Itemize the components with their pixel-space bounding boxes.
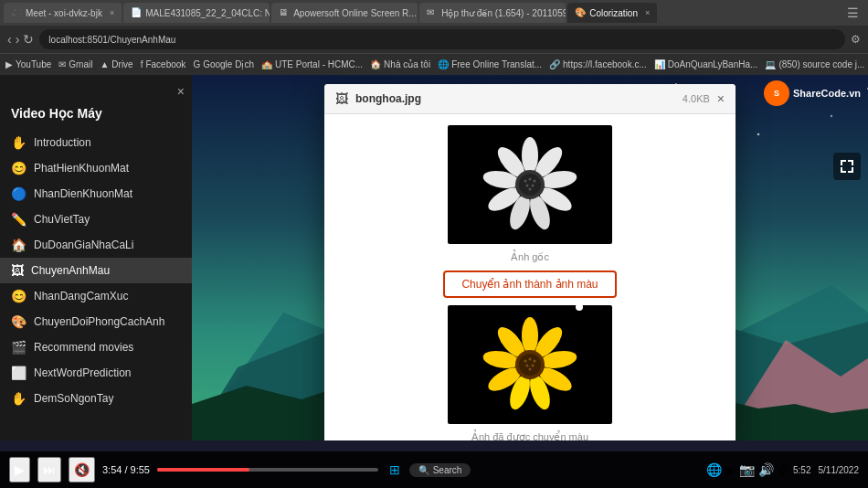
bookmark-facebook2[interactable]: 🔗 https://l.facebook.c... — [549, 59, 647, 69]
svg-point-48 — [524, 360, 527, 363]
address-bar-row: ‹ › ↻ localhost:8501/ChuyenAnhMau ⚙ — [0, 26, 868, 53]
svg-point-53 — [529, 368, 532, 371]
tab-male[interactable]: 📄 MALE431085_22_2_04CLC: Nộp... × — [123, 3, 270, 23]
sidebar-item-chuyendoiphongcachanh[interactable]: 🎨 ChuyenDoiPhongCachAnh — [0, 309, 192, 334]
original-image-label: Ảnh gốc — [511, 251, 549, 263]
play-pause-button[interactable]: ▶ — [9, 457, 30, 483]
svg-point-29 — [519, 174, 541, 196]
sidebar-item-phatheinkhuonmat[interactable]: 😊 PhatHienKhuonMat — [0, 155, 192, 181]
svg-point-32 — [534, 180, 536, 183]
sidebar-item-recommend-movies[interactable]: 🎬 Recommend movies — [0, 334, 192, 360]
modal-body: Ảnh gốc Chuyển ảnh thành ảnh màu — [324, 114, 736, 440]
demsongontay-icon: ✋ — [11, 391, 26, 406]
sidebar-item-demsongontay[interactable]: ✋ DemSoNgonTay — [0, 386, 192, 411]
tray-icon-5[interactable]: ⚙ — [778, 462, 789, 477]
chuviettay-icon: ✏️ — [11, 212, 26, 227]
modal-close-button[interactable]: × — [717, 92, 725, 105]
tab-meet[interactable]: 🎥 Meet - xoi-dvkz-bjk × — [4, 3, 122, 23]
recommend-movies-icon: 🎬 — [11, 340, 26, 355]
nextwordprediction-icon: ⬜ — [11, 366, 26, 380]
bookmark-facebook[interactable]: f Facebook — [141, 59, 186, 69]
main-area: × Video Học Máy ✋ Introduction 😊 PhatHie… — [0, 75, 868, 440]
modal-filename: bonghoa.jpg — [355, 92, 675, 105]
sidebar-label-introduction: Introduction — [34, 136, 91, 149]
original-image-container — [448, 125, 612, 244]
next-button[interactable]: ⏭ — [37, 457, 61, 483]
modal-filesize: 4.0KB — [683, 93, 710, 104]
tab-inbox[interactable]: ✉ Hộp thư đến (1.654) - 20110591... × — [419, 3, 566, 23]
bookmark-nha[interactable]: 🏠 Nhà của tôi — [370, 59, 430, 69]
sidebar-item-introduction[interactable]: ✋ Introduction — [0, 130, 192, 155]
sidebar-label-chuviettay: ChuVietTay — [34, 213, 90, 226]
tab-colorization[interactable]: 🎨 Colorization × — [567, 3, 657, 23]
nav-buttons: ‹ › ↻ — [7, 32, 34, 47]
bookmark-source[interactable]: 💻 (850) source code j... — [765, 59, 864, 69]
forward-button[interactable]: › — [16, 32, 20, 47]
svg-point-19 — [522, 137, 538, 174]
sidebar-label-chuyenanhmau: ChuyenAnhMau — [31, 264, 110, 277]
bookmark-gmail[interactable]: ✉ Gmail — [58, 59, 92, 69]
tray-icon-2[interactable]: ▶ — [725, 462, 736, 477]
sidebar-label-nhandangcamxuc: NhanDangCamXuc — [34, 290, 128, 302]
clock-date: 5/11/2022 — [819, 465, 860, 475]
windows-start-button[interactable]: ⊞ — [389, 461, 400, 478]
search-label: Search — [433, 465, 462, 475]
sidebar-label-phatheinkhuonmat: PhatHienKhuonMat — [34, 162, 129, 175]
sidebar-item-chuviettay[interactable]: ✏️ ChuVietTay — [0, 207, 192, 232]
sidebar-label-dudoangianhacali: DuDoanGiaNhaCaLi — [34, 239, 133, 251]
svg-point-35 — [529, 188, 532, 191]
mute-button[interactable]: 🔇 — [69, 457, 95, 483]
tray-icon-1[interactable]: 🌐 — [706, 462, 722, 477]
tray-icon-4[interactable]: 🔊 — [758, 462, 774, 477]
svg-point-31 — [529, 178, 532, 181]
svg-point-34 — [532, 185, 535, 187]
svg-point-47 — [519, 354, 541, 376]
address-bar[interactable]: localhost:8501/ChuyenAnhMau — [39, 29, 845, 49]
svg-point-50 — [534, 360, 536, 363]
modal-overlay: 🖼 bonghoa.jpg 4.0KB × — [192, 75, 868, 440]
sidebar-item-nextwordprediction[interactable]: ⬜ NextWordPrediction — [0, 360, 192, 386]
nhandangcamxuc-icon: 😊 — [11, 289, 26, 303]
sidebar-title: Video Học Máy — [0, 101, 192, 130]
browser-chrome: 🎥 Meet - xoi-dvkz-bjk × 📄 MALE431085_22_… — [0, 0, 868, 75]
sidebar: × Video Học Máy ✋ Introduction 😊 PhatHie… — [0, 75, 192, 440]
back-button[interactable]: ‹ — [7, 32, 12, 47]
bookmark-drive[interactable]: ▲ Drive — [100, 59, 132, 69]
sidebar-item-nhandienkhuonmat[interactable]: 🔵 NhanDienKhuonMat — [0, 181, 192, 207]
modal-header: 🖼 bonghoa.jpg 4.0KB × — [324, 84, 736, 114]
taskbar: ▶ ⏭ 🔇 3:54 / 9:55 ⊞ 🔍 Search 🌐 ▶ 📷 🔊 ⚙ 5… — [0, 451, 868, 488]
file-icon: 🖼 — [335, 91, 348, 106]
expand-icon[interactable] — [833, 153, 861, 180]
chuyenaahnmau-icon: 🖼 — [11, 263, 24, 278]
sidebar-item-nhandangcamxuc[interactable]: 😊 NhanDangCamXuc — [0, 283, 192, 309]
sidebar-item-dudoangianhacali[interactable]: 🏠 DuDoanGiaNhaCaLi — [0, 232, 192, 258]
sidebar-label-nhandienkhuonmat: NhanDienKhuonMat — [34, 187, 132, 200]
modal-dialog: 🖼 bonghoa.jpg 4.0KB × — [324, 84, 736, 440]
convert-button[interactable]: Chuyển ảnh thành ảnh màu — [443, 271, 616, 298]
svg-point-33 — [526, 185, 529, 187]
tab-apowersoft[interactable]: 🖥 Apowersoft Online Screen R... × — [271, 3, 418, 23]
video-progress-bar[interactable] — [157, 468, 378, 472]
colorized-image-container — [448, 305, 612, 424]
search-icon: 🔍 — [418, 465, 429, 475]
progress-fill — [157, 468, 249, 472]
bookmark-youtube[interactable]: ▶ YouTube — [5, 59, 51, 69]
bookmark-doan[interactable]: 📊 DoAnQuanLyBanHa... — [654, 59, 758, 69]
bookmark-translate[interactable]: 🌐 Free Online Translat... — [438, 59, 542, 69]
bookmark-google-dich[interactable]: G Google Dịch — [193, 59, 254, 69]
bookmark-ute[interactable]: 🏫 UTE Portal - HCMC... — [261, 59, 363, 69]
hamburger-menu[interactable]: ☰ — [842, 5, 864, 20]
sidebar-close-button[interactable]: × — [177, 84, 185, 99]
video-time: 3:54 / 9:55 — [102, 464, 150, 475]
original-flower-svg — [471, 130, 589, 239]
extensions-button[interactable]: ⚙ — [851, 33, 861, 46]
reload-button[interactable]: ↻ — [23, 32, 34, 47]
phatheinkhuonmat-icon: 😊 — [11, 161, 26, 175]
system-tray: 🌐 ▶ 📷 🔊 ⚙ 5:52 5/11/2022 — [706, 462, 859, 477]
windows-search[interactable]: 🔍 Search — [409, 463, 471, 477]
svg-point-52 — [532, 365, 535, 367]
tray-icon-3[interactable]: 📷 — [739, 462, 755, 477]
sidebar-label-recommend-movies: Recommend movies — [34, 341, 133, 354]
sidebar-item-chuyenaanhmau[interactable]: 🖼 ChuyenAnhMau — [0, 258, 192, 283]
windows-icon: ⊞ — [389, 462, 400, 477]
